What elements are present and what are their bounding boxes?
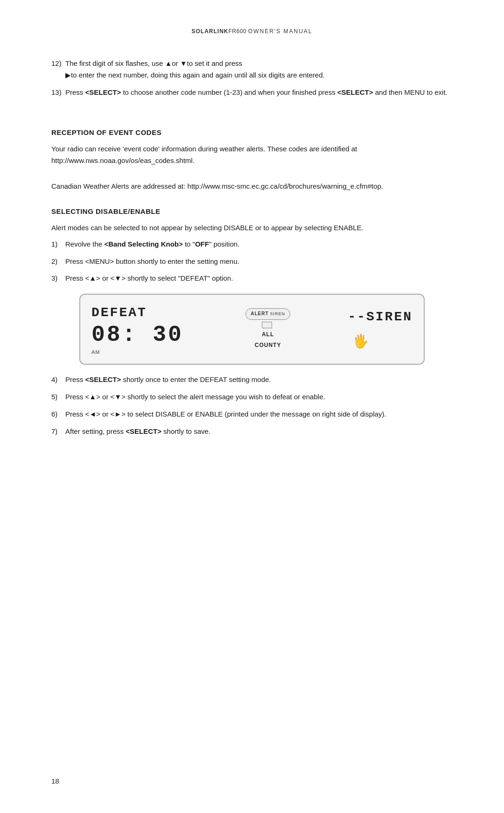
disable-step-1-number: 1) [51, 239, 65, 250]
disable-step-3: 3) Press <▲> or <▼> shortly to select "D… [51, 273, 453, 284]
display-alert-button: ALERT SIREN [245, 308, 290, 320]
disable-body: Alert modes can be selected to not appea… [51, 222, 453, 234]
step-4-number: 4) [51, 374, 65, 386]
brand-name: SOLARLINK [191, 28, 228, 35]
display-checkbox [262, 322, 272, 328]
display-left-section: DEFEAT 08: 30 AM [91, 302, 183, 356]
page-content: 12) The first digit of six flashes, use … [51, 58, 453, 437]
step-13-text: Press <SELECT> to choose another code nu… [65, 87, 448, 99]
step-5: 5) Press <▲> or <▼> shortly to select th… [51, 391, 453, 403]
reception-heading: RECEPTION OF EVENT CODES [51, 127, 453, 139]
doc-type: OWNER'S MANUAL [248, 28, 313, 35]
page-header: SOLARLINKFR600 OWNER'S MANUAL [51, 28, 453, 35]
display-middle-section: ALERT SIREN ALL COUNTY [245, 308, 290, 350]
page: SOLARLINKFR600 OWNER'S MANUAL 12) The fi… [0, 0, 504, 813]
step-4-text: Press <SELECT> shortly once to enter the… [65, 374, 271, 386]
or-text: or [102, 410, 108, 418]
disable-heading: SELECTING DISABLE/ENABLE [51, 206, 453, 218]
hand-icon: 🖐 [352, 331, 369, 352]
step-12-text: The first digit of six flashes, use ▲or … [65, 58, 325, 70]
step-4: 4) Press <SELECT> shortly once to enter … [51, 374, 453, 386]
display-siren-label: --SIREN [348, 306, 413, 328]
display-am-label: AM [91, 348, 183, 356]
display-county-label: COUNTY [255, 341, 281, 350]
step-5-text: Press <▲> or <▼> shortly to select the a… [65, 391, 325, 403]
step-13-number: 13) [51, 87, 65, 99]
disable-step-3-number: 3) [51, 273, 65, 284]
display-time: 08: 30 [91, 324, 183, 346]
disable-step-2-number: 2) [51, 256, 65, 268]
page-number: 18 [51, 777, 59, 785]
step-6-number: 6) [51, 409, 65, 420]
step-6-text: Press <◄> or <►> to select DISABLE or EN… [65, 409, 386, 420]
display-panel: DEFEAT 08: 30 AM ALERT SIREN ALL COUNTY … [79, 294, 425, 365]
step-7-number: 7) [51, 426, 65, 438]
step-5-number: 5) [51, 391, 65, 403]
step-7: 7) After setting, press <SELECT> shortly… [51, 426, 453, 438]
disable-step-1: 1) Revolve the <Band Selecting Knob> to … [51, 239, 453, 250]
step-12-number: 12) [51, 58, 65, 81]
alert-label: ALERT [251, 310, 268, 318]
disable-step-3-text: Press <▲> or <▼> shortly to select "DEFE… [65, 273, 233, 284]
siren-small-label: SIREN [270, 311, 286, 318]
display-all-label: ALL [262, 330, 274, 339]
display-right-section: --SIREN 🖐 [348, 306, 413, 352]
step-12: 12) The first digit of six flashes, use … [51, 58, 453, 81]
reception-body2: Canadian Weather Alerts are addressed at… [51, 181, 453, 192]
disable-step-2-text: Press <MENU> button shortly to enter the… [65, 256, 239, 268]
disable-step-1-text: Revolve the <Band Selecting Knob> to "OF… [65, 239, 239, 250]
step-12-continuation: ▶to enter the next number, doing this ag… [65, 70, 325, 81]
display-defeat-label: DEFEAT [91, 302, 183, 324]
step-6: 6) Press <◄> or <►> to select DISABLE or… [51, 409, 453, 420]
step-7-text: After setting, press <SELECT> shortly to… [65, 426, 210, 438]
reception-body1: Your radio can receive 'event code' info… [51, 143, 453, 167]
model-name: FR600 [228, 28, 246, 35]
disable-step-2: 2) Press <MENU> button shortly to enter … [51, 256, 453, 268]
step-13: 13) Press <SELECT> to choose another cod… [51, 87, 453, 99]
